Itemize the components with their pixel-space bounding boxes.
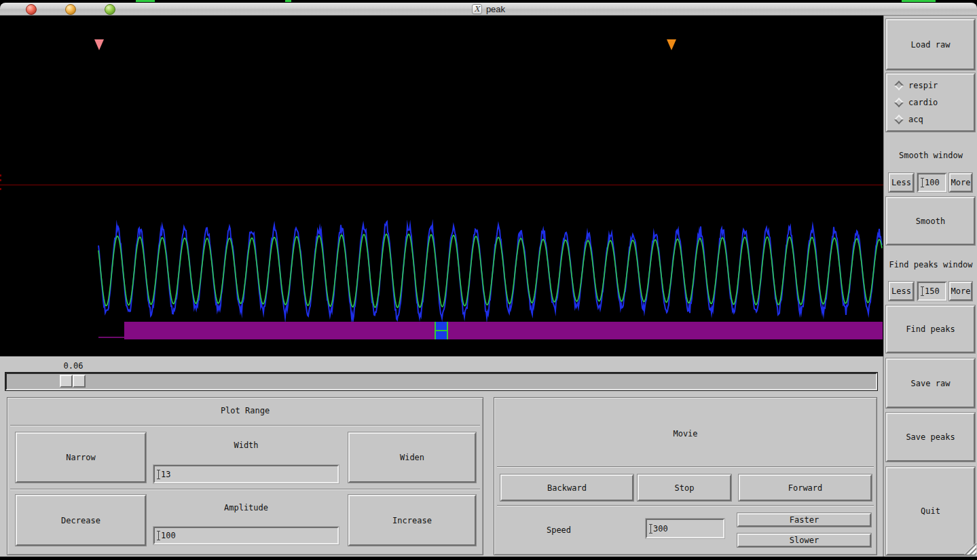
speed-input[interactable]: 300 <box>646 519 724 538</box>
smooth-window-value: 100 <box>925 178 940 187</box>
scale-value-label: 0.06 <box>60 361 87 371</box>
slider-handle[interactable] <box>60 375 86 388</box>
zoom-button[interactable] <box>105 4 115 15</box>
region-baseline <box>98 337 124 338</box>
background-text-fragment <box>902 0 936 2</box>
save-peaks-label: Save peaks <box>906 432 955 442</box>
text-cursor-icon <box>157 470 160 479</box>
smooth-button[interactable]: Smooth <box>886 197 975 245</box>
plot-range-title: Plot Range <box>7 406 483 415</box>
less-label: Less <box>891 286 911 296</box>
find-peaks-less-button[interactable]: Less <box>889 282 914 301</box>
slider-handle-left <box>60 375 73 388</box>
width-label: Width <box>153 441 339 450</box>
separator <box>10 425 480 426</box>
find-peaks-more-button[interactable]: More <box>949 282 972 301</box>
speed-label: Speed <box>532 525 586 535</box>
application-window: X peak Load raw respir <box>0 0 977 560</box>
increase-label: Increase <box>392 516 432 525</box>
forward-label: Forward <box>788 483 823 493</box>
waveform-canvas[interactable] <box>0 16 883 356</box>
text-cursor-icon <box>649 524 652 534</box>
narrow-label: Narrow <box>66 453 95 462</box>
radio-cardio[interactable]: cardio <box>896 98 974 107</box>
width-input[interactable]: 13 <box>153 465 339 483</box>
amplitude-value: 100 <box>161 531 176 540</box>
sidebar: Load raw respir cardio acq Smooth window… <box>883 16 977 557</box>
forward-button[interactable]: Forward <box>739 474 872 501</box>
less-label: Less <box>891 178 911 187</box>
save-raw-button[interactable]: Save raw <box>886 358 975 408</box>
amplitude-input[interactable]: 100 <box>153 527 339 544</box>
more-label: More <box>951 286 971 296</box>
separator <box>497 466 874 468</box>
signal-radio-group: respir cardio acq <box>886 73 975 132</box>
signal-plot-area[interactable] <box>0 16 883 356</box>
increase-button[interactable]: Increase <box>348 495 476 546</box>
desktop-strip <box>0 557 977 560</box>
faster-button[interactable]: Faster <box>737 513 871 527</box>
peak-region-bar <box>124 322 883 339</box>
more-label: More <box>951 178 971 187</box>
narrow-button[interactable]: Narrow <box>16 432 146 483</box>
window-title-group: X peak <box>472 4 505 14</box>
marker-midline <box>435 330 448 331</box>
axis-tick <box>0 174 1 176</box>
load-raw-button[interactable]: Load raw <box>886 19 975 70</box>
close-button[interactable] <box>26 4 37 15</box>
movie-panel: Movie Backward Stop Forward Speed 300 Fa… <box>494 397 877 555</box>
bottom-panel: 0.06 Plot Range Narrow Width 13 Widen <box>0 356 883 557</box>
radio-label: respir <box>908 81 938 90</box>
smooth-less-button[interactable]: Less <box>889 173 914 192</box>
radio-label: acq <box>908 115 923 124</box>
radio-acq[interactable]: acq <box>896 115 974 124</box>
find-peaks-window-label: Find peaks window <box>884 260 977 269</box>
save-peaks-button[interactable]: Save peaks <box>886 413 975 462</box>
background-text-fragment <box>136 0 155 2</box>
load-raw-label: Load raw <box>911 40 951 50</box>
radio-label: cardio <box>908 98 938 107</box>
stop-label: Stop <box>675 483 695 493</box>
backward-button[interactable]: Backward <box>500 474 633 501</box>
text-cursor-icon <box>921 178 924 187</box>
find-peaks-window-input[interactable]: 150 <box>917 282 946 301</box>
separator <box>497 505 874 506</box>
minimize-button[interactable] <box>65 4 76 15</box>
slider-handle-right <box>73 375 86 388</box>
slower-label: Slower <box>790 536 819 545</box>
background-text-fragment <box>285 0 291 2</box>
decrease-button[interactable]: Decrease <box>16 495 146 546</box>
widen-label: Widen <box>400 453 424 462</box>
text-cursor-icon <box>157 531 160 540</box>
x11-app-icon: X <box>472 4 482 14</box>
smooth-more-button[interactable]: More <box>949 173 972 192</box>
threshold-line <box>0 185 883 185</box>
stop-button[interactable]: Stop <box>638 474 731 501</box>
position-marker[interactable] <box>435 322 448 339</box>
window-title: peak <box>486 4 505 14</box>
position-slider[interactable] <box>5 373 877 390</box>
width-value: 13 <box>161 470 170 479</box>
widen-button[interactable]: Widen <box>348 432 476 483</box>
find-peaks-label: Find peaks <box>906 324 955 334</box>
decrease-label: Decrease <box>61 516 100 525</box>
separator <box>10 489 480 490</box>
movie-title: Movie <box>494 429 877 438</box>
find-peaks-button[interactable]: Find peaks <box>886 305 975 353</box>
quit-label: Quit <box>921 506 940 516</box>
save-raw-label: Save raw <box>911 379 951 388</box>
axis-tick <box>0 188 1 190</box>
find-peaks-window-value: 150 <box>925 286 940 296</box>
slower-button[interactable]: Slower <box>737 534 871 547</box>
titlebar[interactable]: X peak <box>0 3 977 16</box>
radio-indicator-icon <box>894 81 904 90</box>
smooth-window-input[interactable]: 100 <box>917 173 946 192</box>
amplitude-label: Amplitude <box>153 503 339 512</box>
faster-label: Faster <box>790 515 819 525</box>
respir-triangle-marker <box>94 39 104 50</box>
radio-respir[interactable]: respir <box>896 81 974 90</box>
quit-button[interactable]: Quit <box>886 467 975 555</box>
backward-label: Backward <box>547 483 587 493</box>
event-triangle-marker <box>667 39 676 50</box>
text-cursor-icon <box>921 286 924 296</box>
